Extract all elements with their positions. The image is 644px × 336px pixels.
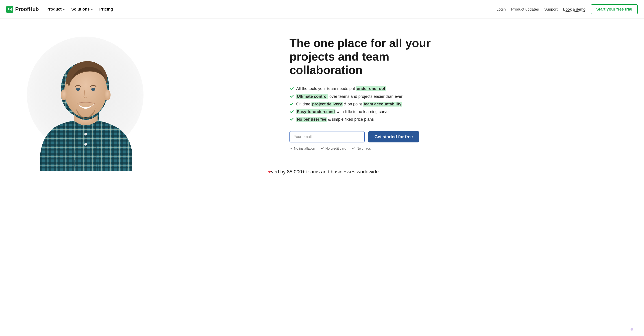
benefit-text: On time project delivery & on point team… (296, 100, 402, 108)
social-proof-suffix: ved by 85,000+ teams and businesses worl… (271, 169, 379, 174)
sub-benefit-text: No credit card (325, 146, 346, 150)
nav-link-product-updates[interactable]: Product updates (511, 7, 539, 12)
get-started-button[interactable]: Get started for free (368, 131, 419, 142)
social-proof: L♥ved by 85,000+ teams and businesses wo… (0, 164, 644, 184)
site-header: PH ProofHub ProductSolutionsPricing Logi… (0, 0, 644, 18)
check-icon (290, 117, 294, 122)
benefits-list: All the tools your team needs put under … (290, 85, 622, 123)
nav-label: Solutions (71, 7, 90, 12)
social-proof-prefix: L (265, 169, 268, 174)
hero-section: The one place for all your projects and … (0, 18, 644, 164)
primary-nav: ProductSolutionsPricing (46, 7, 113, 12)
sub-benefit-text: No installation (294, 146, 315, 150)
hero-content: The one place for all your projects and … (285, 36, 630, 164)
hero-image-area (14, 36, 285, 164)
chevron-down-icon (63, 9, 65, 10)
benefit-item: No per user fee & simple fixed price pla… (290, 116, 622, 123)
nav-link-login[interactable]: Login (496, 7, 506, 12)
heart-icon: ♥ (268, 169, 271, 175)
check-icon (290, 102, 294, 106)
sub-benefit-item: No chaos (352, 146, 371, 150)
check-icon (321, 147, 324, 150)
nav-solutions[interactable]: Solutions (71, 7, 93, 12)
logo-icon: PH (6, 6, 13, 13)
email-input[interactable] (290, 131, 364, 142)
check-icon (290, 110, 294, 114)
sub-benefit-text: No chaos (356, 146, 371, 150)
svg-point-9 (91, 88, 95, 91)
check-icon (352, 147, 355, 150)
svg-point-12 (84, 133, 87, 136)
sub-benefit-item: No credit card (321, 146, 346, 150)
start-trial-button[interactable]: Start your free trial (591, 4, 638, 14)
chevron-down-icon (91, 9, 93, 10)
hero-person-photo (27, 46, 144, 171)
svg-point-13 (84, 143, 87, 146)
nav-link-book-a-demo[interactable]: Book a demo (563, 7, 586, 12)
nav-product[interactable]: Product (46, 7, 65, 12)
nav-label: Pricing (99, 7, 113, 12)
logo[interactable]: PH ProofHub (6, 6, 39, 13)
benefit-item: Ultimate control over teams and projects… (290, 93, 622, 100)
check-icon (290, 94, 294, 99)
secondary-nav: LoginProduct updatesSupportBook a demo S… (496, 4, 638, 14)
check-icon (290, 86, 294, 91)
nav-label: Product (46, 7, 62, 12)
nav-link-support[interactable]: Support (544, 7, 558, 12)
benefit-text: Easy-to-understand with little to no lea… (296, 108, 388, 116)
benefit-item: On time project delivery & on point team… (290, 100, 622, 108)
check-icon (290, 147, 293, 150)
svg-point-10 (61, 90, 67, 100)
benefit-item: Easy-to-understand with little to no lea… (290, 108, 622, 116)
svg-point-11 (104, 90, 110, 100)
sub-benefit-item: No installation (290, 146, 315, 150)
benefit-text: No per user fee & simple fixed price pla… (296, 116, 374, 123)
hero-title: The one place for all your projects and … (290, 36, 442, 77)
svg-point-8 (76, 88, 80, 91)
sub-benefits: No installationNo credit cardNo chaos (290, 146, 622, 150)
nav-pricing[interactable]: Pricing (99, 7, 113, 12)
logo-text: ProofHub (15, 6, 39, 12)
signup-form: Get started for free (290, 131, 622, 142)
benefit-item: All the tools your team needs put under … (290, 85, 622, 92)
benefit-text: Ultimate control over teams and projects… (296, 93, 402, 100)
benefit-text: All the tools your team needs put under … (296, 85, 386, 92)
